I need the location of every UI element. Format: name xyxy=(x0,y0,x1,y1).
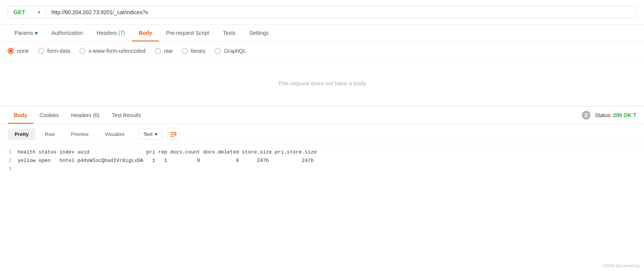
resp-tab-test-results[interactable]: Test Results xyxy=(106,107,147,124)
response-section: Body Cookies Headers (6) Test Results St… xyxy=(0,106,644,177)
resp-right-area: Status: 200 OK T xyxy=(582,111,636,119)
radio-none xyxy=(8,48,14,54)
option-raw[interactable]: raw xyxy=(155,48,173,54)
no-body-message: This request does not have a body xyxy=(0,60,644,106)
tab-params[interactable]: Params xyxy=(8,24,44,41)
tab-pre-request[interactable]: Pre-request Script xyxy=(159,24,216,41)
view-options: Pretty Raw Preview Visualize Text ▾ xyxy=(0,124,644,144)
resp-headers-label: Headers (6) xyxy=(71,112,100,118)
body-options: none form-data x-www-form-urlencoded raw… xyxy=(0,42,644,60)
url-input[interactable] xyxy=(46,6,636,19)
urlencoded-label: x-www-form-urlencoded xyxy=(89,48,146,54)
none-label: none xyxy=(17,48,29,54)
view-preview[interactable]: Preview xyxy=(64,129,95,140)
form-data-label: form-data xyxy=(47,48,70,54)
line-number-3: 3 xyxy=(4,165,12,173)
binary-label: binary xyxy=(191,48,205,54)
request-tabs: Params Authorization Headers (7) Body Pr… xyxy=(0,24,644,42)
resp-tab-headers[interactable]: Headers (6) xyxy=(65,107,106,124)
resp-tab-body[interactable]: Body xyxy=(8,107,33,124)
option-binary[interactable]: binary xyxy=(182,48,205,54)
tab-tests[interactable]: Tests xyxy=(216,24,243,41)
globe-icon xyxy=(582,111,590,119)
method-label: GET xyxy=(13,9,25,15)
response-tabs-bar: Body Cookies Headers (6) Test Results St… xyxy=(0,107,644,124)
resp-tab-cookies[interactable]: Cookies xyxy=(33,107,65,124)
resp-body-label: Body xyxy=(14,112,27,118)
resp-test-results-label: Test Results xyxy=(112,112,141,118)
line-number-2: 2 xyxy=(4,157,12,165)
body-label: Body xyxy=(139,30,152,36)
method-selector[interactable]: GET ▾ xyxy=(8,5,46,19)
graphql-label: GraphQL xyxy=(224,48,246,54)
line-3: 3 xyxy=(4,165,636,173)
option-none[interactable]: none xyxy=(8,48,29,54)
tab-headers[interactable]: Headers (7) xyxy=(90,24,132,41)
line-content-2: yellow open hotel p4dvWIocQbadIVr8igLxDA… xyxy=(18,157,314,165)
authorization-label: Authorization xyxy=(51,30,83,36)
pre-request-label: Pre-request Script xyxy=(166,30,209,36)
radio-graphql xyxy=(215,48,221,54)
tab-body[interactable]: Body xyxy=(132,24,159,41)
headers-badge: (7) xyxy=(118,30,125,36)
status-label: Status: 200 OK T xyxy=(595,112,636,118)
headers-label: Headers (7) xyxy=(97,30,125,36)
wrap-button[interactable] xyxy=(167,128,179,140)
format-dropdown[interactable]: Text ▾ xyxy=(138,129,163,140)
no-body-text: This request does not have a body xyxy=(278,80,366,87)
view-pretty[interactable]: Pretty xyxy=(8,129,36,140)
format-chevron: ▾ xyxy=(155,131,158,137)
line-2: 2 yellow open hotel p4dvWIocQbadIVr8igLx… xyxy=(4,157,636,165)
format-label: Text xyxy=(143,131,153,137)
params-label: Params xyxy=(15,30,33,36)
status-value: 200 OK xyxy=(613,112,632,118)
watermark: CSDN @wzerofeng xyxy=(603,263,639,268)
resp-cookies-label: Cookies xyxy=(39,112,59,118)
response-content: 1 health status index uuid pri rep docs.… xyxy=(0,144,644,177)
option-urlencoded[interactable]: x-www-form-urlencoded xyxy=(79,48,146,54)
line-1: 1 health status index uuid pri rep docs.… xyxy=(4,148,636,157)
radio-binary xyxy=(182,48,188,54)
view-raw[interactable]: Raw xyxy=(38,129,62,140)
radio-form-data xyxy=(38,48,44,54)
url-bar: GET ▾ xyxy=(0,0,644,24)
raw-label: raw xyxy=(164,48,173,54)
tab-settings[interactable]: Settings xyxy=(242,24,276,41)
option-graphql[interactable]: GraphQL xyxy=(215,48,246,54)
params-dot xyxy=(35,32,38,34)
radio-raw xyxy=(155,48,161,54)
settings-label: Settings xyxy=(249,30,269,36)
chevron-down-icon: ▾ xyxy=(38,10,40,15)
view-visualize[interactable]: Visualize xyxy=(98,129,131,140)
line-number-1: 1 xyxy=(4,148,12,157)
option-form-data[interactable]: form-data xyxy=(38,48,70,54)
radio-urlencoded xyxy=(79,48,85,54)
tab-authorization[interactable]: Authorization xyxy=(44,24,90,41)
line-content-1: health status index uuid pri rep docs.co… xyxy=(18,148,317,157)
tests-label: Tests xyxy=(223,30,236,36)
